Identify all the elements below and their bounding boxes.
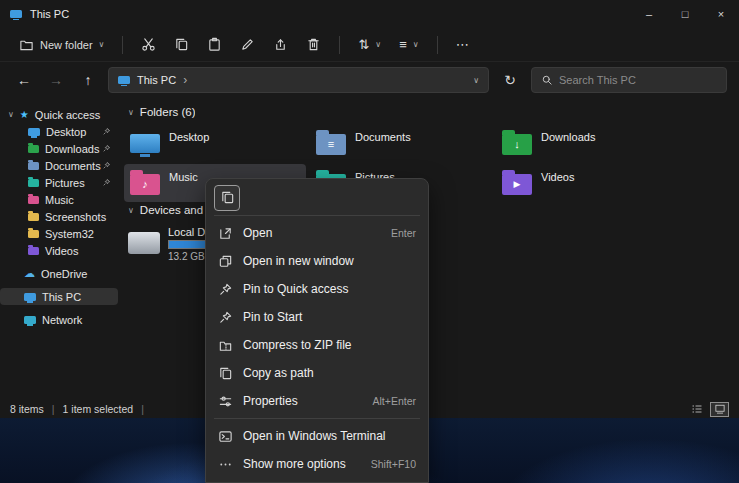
copy-path-icon xyxy=(218,366,233,381)
downloads-folder-icon: ↓ xyxy=(502,134,532,155)
sort-button[interactable]: ⇅ ∨ xyxy=(351,32,388,58)
sidebar-item-label: Quick access xyxy=(35,109,100,121)
refresh-button[interactable]: ↻ xyxy=(497,67,523,93)
menu-item-open[interactable]: Open Enter xyxy=(210,219,424,247)
chevron-down-icon: ∨ xyxy=(128,108,134,117)
back-button[interactable]: ← xyxy=(12,72,36,88)
sidebar-item-label: Desktop xyxy=(46,126,86,138)
rename-icon xyxy=(240,37,255,52)
chevron-down-icon[interactable]: ∨ xyxy=(473,76,479,85)
more-options-button[interactable]: ⋯ xyxy=(449,32,476,58)
toolbar-divider xyxy=(437,36,438,54)
sidebar-item-system32[interactable]: System32 xyxy=(0,225,118,242)
sidebar-item-this-pc[interactable]: This PC xyxy=(0,288,118,305)
document-lines-glyph: ≡ xyxy=(328,139,334,150)
sidebar-item-label: OneDrive xyxy=(41,268,87,280)
cut-button[interactable] xyxy=(134,32,163,58)
desktop-icon xyxy=(28,128,40,136)
play-glyph: ▶ xyxy=(514,180,521,189)
videos-folder-icon: ▶ xyxy=(502,174,532,195)
view-button[interactable]: ≡ ∨ xyxy=(392,32,425,58)
sidebar-item-videos[interactable]: Videos xyxy=(0,242,118,259)
breadcrumb-separator: › xyxy=(183,73,187,87)
search-box[interactable] xyxy=(531,67,727,93)
window-controls: – □ × xyxy=(631,0,739,28)
music-folder-icon xyxy=(28,196,39,204)
pin-icon xyxy=(218,310,233,325)
pin-icon xyxy=(102,127,111,136)
close-button[interactable]: × xyxy=(703,0,739,28)
rename-button[interactable] xyxy=(233,32,262,58)
sidebar-item-onedrive[interactable]: ☁ OneDrive xyxy=(0,265,118,282)
menu-item-compress-zip[interactable]: Compress to ZIP file xyxy=(210,331,424,359)
sidebar-item-desktop[interactable]: Desktop xyxy=(0,123,118,140)
sidebar-item-screenshots[interactable]: Screenshots xyxy=(0,208,118,225)
view-icon: ≡ xyxy=(399,38,407,51)
chevron-down-icon: ∨ xyxy=(375,40,381,49)
window-title: This PC xyxy=(30,8,69,20)
folder-tile-videos[interactable]: ▶ Videos xyxy=(496,164,678,202)
sidebar-item-label: Documents xyxy=(45,160,101,172)
down-arrow-glyph: ↓ xyxy=(514,139,520,150)
search-input[interactable] xyxy=(559,74,717,86)
minimize-button[interactable]: – xyxy=(631,0,667,28)
folder-tile-desktop[interactable]: Desktop xyxy=(124,124,306,162)
menu-separator xyxy=(214,215,420,216)
copy-button[interactable] xyxy=(167,32,196,58)
forward-button[interactable]: → xyxy=(44,72,68,88)
delete-button[interactable] xyxy=(299,32,328,58)
terminal-icon xyxy=(218,429,233,444)
sidebar-item-music[interactable]: Music xyxy=(0,191,118,208)
folder-tile-label: Documents xyxy=(355,127,411,159)
titlebar: This PC – □ × xyxy=(0,0,739,28)
devices-section-header[interactable]: ∨ Devices and dri xyxy=(128,204,214,216)
sidebar-item-label: Network xyxy=(42,314,82,326)
maximize-button[interactable]: □ xyxy=(667,0,703,28)
chevron-down-icon[interactable]: ∨ xyxy=(8,110,14,119)
sidebar-item-quick-access[interactable]: ∨ ★ Quick access xyxy=(0,106,118,123)
videos-folder-icon xyxy=(28,247,39,255)
breadcrumb-location[interactable]: This PC xyxy=(137,74,176,86)
menu-item-open-new-window[interactable]: Open in new window xyxy=(210,247,424,275)
menu-item-pin-quick-access[interactable]: Pin to Quick access xyxy=(210,275,424,303)
sidebar-item-network[interactable]: Network xyxy=(0,311,118,328)
menu-item-show-more-options[interactable]: Show more options Shift+F10 xyxy=(210,450,424,478)
large-icons-view-icon[interactable] xyxy=(710,402,729,417)
item-count: 8 items xyxy=(10,403,44,415)
pictures-folder-icon xyxy=(28,179,39,187)
new-folder-button[interactable]: New folder ∨ xyxy=(12,32,111,58)
chevron-down-icon: ∨ xyxy=(128,206,134,215)
folder-tile-documents[interactable]: ≡ Documents xyxy=(310,124,492,162)
documents-folder-icon xyxy=(28,162,39,170)
menu-item-pin-start[interactable]: Pin to Start xyxy=(210,303,424,331)
sidebar-item-downloads[interactable]: Downloads xyxy=(0,140,118,157)
details-view-icon[interactable] xyxy=(687,402,706,417)
open-icon xyxy=(218,226,233,241)
menu-item-open-windows-terminal[interactable]: Open in Windows Terminal xyxy=(210,422,424,450)
devices-section-label: Devices and dri xyxy=(140,204,214,216)
menu-item-copy-as-path[interactable]: Copy as path xyxy=(210,359,424,387)
status-divider: | xyxy=(52,403,55,415)
sidebar-item-documents[interactable]: Documents xyxy=(0,157,118,174)
downloads-folder-icon xyxy=(28,145,39,153)
zip-folder-icon xyxy=(218,338,233,353)
address-bar[interactable]: This PC › ∨ xyxy=(108,67,489,93)
up-button[interactable]: ↑ xyxy=(76,72,100,88)
pin-icon xyxy=(102,178,111,187)
trash-icon xyxy=(306,37,321,52)
folders-section-header[interactable]: ∨ Folders (6) xyxy=(128,106,195,118)
paste-button[interactable] xyxy=(200,32,229,58)
copy-icon xyxy=(220,190,235,205)
sidebar-item-label: Screenshots xyxy=(45,211,106,223)
sidebar-item-pictures[interactable]: Pictures xyxy=(0,174,118,191)
status-divider: | xyxy=(141,403,144,415)
share-button[interactable] xyxy=(266,32,295,58)
share-icon xyxy=(273,37,288,52)
quick-copy-button[interactable] xyxy=(214,185,240,211)
folder-tile-downloads[interactable]: ↓ Downloads xyxy=(496,124,678,162)
new-folder-icon xyxy=(19,37,34,52)
selection-count: 1 item selected xyxy=(63,403,134,415)
shortcut-label: Alt+Enter xyxy=(373,395,416,407)
new-window-icon xyxy=(218,254,233,269)
menu-item-properties[interactable]: Properties Alt+Enter xyxy=(210,387,424,415)
